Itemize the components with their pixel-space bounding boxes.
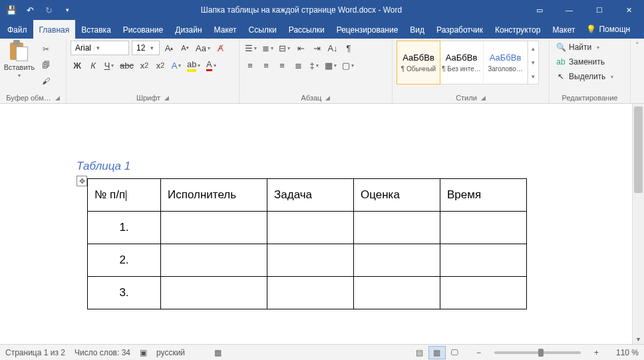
replace-button[interactable]: abЗаменить	[554, 55, 616, 69]
tab-home[interactable]: Главная	[33, 20, 76, 39]
spell-check-icon[interactable]: ▣	[140, 348, 147, 357]
font-color-icon[interactable]: A▾	[204, 58, 218, 73]
paste-button[interactable]: Вставить ▾	[4, 41, 35, 79]
tab-file[interactable]: Файл	[1, 20, 33, 39]
undo-icon[interactable]: ↶	[21, 1, 39, 19]
italic-icon[interactable]: К	[86, 58, 100, 73]
pilcrow-icon[interactable]: ¶	[342, 41, 355, 55]
view-buttons: ▤ ▦ 🖵	[411, 346, 463, 359]
cut-icon[interactable]: ✂	[39, 42, 53, 57]
tab-layout2[interactable]: Макет	[546, 20, 581, 39]
sort-icon[interactable]: A↓	[326, 41, 339, 55]
page-indicator[interactable]: Страница 1 из 2	[5, 348, 65, 357]
find-button[interactable]: 🔍Найти▾	[554, 41, 616, 54]
justify-icon[interactable]: ≣	[291, 58, 305, 73]
collapse-ribbon-icon[interactable]: ˄	[631, 39, 644, 103]
tab-references[interactable]: Ссылки	[243, 20, 283, 39]
superscript-icon[interactable]: x2	[154, 58, 167, 73]
table-header-cell[interactable]: Исполнитель	[161, 179, 267, 212]
table-header-cell[interactable]: № п/п	[88, 179, 161, 212]
table-caption[interactable]: Таблица 1	[77, 160, 602, 173]
subscript-icon[interactable]: x2	[138, 58, 151, 73]
font-name-combo[interactable]: Arial▾	[71, 41, 129, 55]
multilevel-icon[interactable]: ⊟▾	[277, 41, 291, 55]
align-left-icon[interactable]: ≡	[243, 58, 257, 73]
save-icon[interactable]: 💾	[3, 1, 20, 19]
vertical-scrollbar[interactable]: ▴ ▾	[632, 104, 644, 344]
align-right-icon[interactable]: ≡	[275, 58, 289, 73]
scroll-thumb[interactable]	[634, 106, 643, 193]
strike-icon[interactable]: abc	[118, 58, 135, 73]
clear-format-icon[interactable]: A̸	[214, 41, 228, 55]
highlight-icon[interactable]: ab▾	[186, 58, 202, 73]
grow-font-icon[interactable]: A▴	[162, 41, 176, 55]
share-icon[interactable]: 👤	[635, 24, 644, 35]
document-table[interactable]: № п/п Исполнитель Задача Оценка Время 1.…	[87, 178, 527, 309]
style-no-spacing[interactable]: АаБбВв¶ Без инте…	[440, 41, 484, 84]
style-normal[interactable]: АаБбВв¶ Обычный	[397, 41, 440, 85]
inc-indent-icon[interactable]: ⇥	[310, 41, 323, 55]
style-heading1[interactable]: АаБбВвЗаголово…	[484, 41, 528, 84]
tab-design[interactable]: Дизайн	[169, 20, 208, 39]
tell-me[interactable]: 💡Помощн	[581, 20, 635, 39]
tab-developer[interactable]: Разработчик	[430, 20, 489, 39]
change-case-icon[interactable]: Aa▾	[194, 41, 212, 55]
line-spacing-icon[interactable]: ‡▾	[307, 58, 321, 73]
dialog-launcher-icon[interactable]: ◢	[164, 94, 169, 101]
page[interactable]: Таблица 1 ✥ № п/п Исполнитель Задача Оце…	[30, 120, 602, 309]
print-layout-icon[interactable]: ▦	[428, 346, 446, 359]
maximize-icon[interactable]: ☐	[584, 0, 614, 20]
table-header-cell[interactable]: Задача	[267, 179, 354, 212]
zoom-out-icon[interactable]: −	[472, 348, 485, 357]
borders-icon[interactable]: ▢▾	[341, 58, 355, 73]
group-label: Шрифт	[136, 94, 160, 102]
text-effects-icon[interactable]: A▾	[170, 58, 183, 73]
tab-constructor[interactable]: Конструктор	[489, 20, 546, 39]
bold-icon[interactable]: Ж	[71, 58, 84, 73]
tab-layout[interactable]: Макет	[208, 20, 243, 39]
table-row[interactable]: 2.	[88, 244, 527, 277]
word-count[interactable]: Число слов: 34	[75, 348, 130, 357]
underline-icon[interactable]: Ч▾	[102, 58, 116, 73]
font-size-combo[interactable]: 12▾	[132, 41, 160, 55]
zoom-level[interactable]: 110 %	[612, 348, 639, 357]
web-layout-icon[interactable]: 🖵	[446, 346, 463, 359]
language-indicator[interactable]: русский	[156, 348, 185, 357]
read-mode-icon[interactable]: ▤	[411, 346, 428, 359]
tab-review[interactable]: Рецензирование	[331, 20, 404, 39]
tab-mailings[interactable]: Рассылки	[283, 20, 331, 39]
copy-icon[interactable]: 🗐	[39, 58, 53, 73]
qat-dropdown-icon[interactable]: ▾	[59, 1, 76, 19]
zoom-slider[interactable]	[494, 351, 581, 354]
dialog-launcher-icon[interactable]: ◢	[55, 94, 60, 101]
document-area: Таблица 1 ✥ № п/п Исполнитель Задача Оце…	[0, 104, 644, 344]
bullets-icon[interactable]: ☰▾	[243, 41, 258, 55]
shading-icon[interactable]: ▦▾	[323, 58, 338, 73]
gallery-scroller[interactable]: ▴▾▾	[528, 41, 538, 84]
dialog-launcher-icon[interactable]: ◢	[481, 94, 486, 101]
table-row[interactable]: 3.	[88, 277, 527, 309]
table-header-row[interactable]: № п/п Исполнитель Задача Оценка Время	[88, 179, 527, 212]
table-header-cell[interactable]: Оценка	[354, 179, 440, 212]
close-icon[interactable]: ✕	[614, 0, 644, 20]
tab-draw[interactable]: Рисование	[117, 20, 169, 39]
table-header-cell[interactable]: Время	[440, 179, 527, 212]
shrink-font-icon[interactable]: A▾	[178, 41, 192, 55]
align-center-icon[interactable]: ≡	[259, 58, 273, 73]
dec-indent-icon[interactable]: ⇤	[294, 41, 307, 55]
redo-icon[interactable]: ↻	[40, 1, 57, 19]
table-row[interactable]: 1.	[88, 212, 527, 244]
macro-icon[interactable]: ▦	[214, 348, 222, 357]
numbering-icon[interactable]: ≣▾	[261, 41, 275, 55]
minimize-icon[interactable]: —	[554, 0, 584, 20]
format-painter-icon[interactable]: 🖌	[39, 74, 53, 89]
zoom-in-icon[interactable]: +	[590, 348, 603, 357]
tab-insert[interactable]: Вставка	[75, 20, 117, 39]
styles-gallery[interactable]: АаБбВв¶ Обычный АаБбВв¶ Без инте… АаБбВв…	[397, 41, 539, 85]
dialog-launcher-icon[interactable]: ◢	[325, 94, 330, 101]
scroll-down-icon[interactable]: ▾	[633, 333, 644, 344]
table-move-handle-icon[interactable]: ✥	[77, 176, 87, 186]
ribbon-options-icon[interactable]: ▭	[524, 0, 554, 20]
tab-view[interactable]: Вид	[404, 20, 430, 39]
select-button[interactable]: ↖Выделить▾	[554, 70, 616, 83]
